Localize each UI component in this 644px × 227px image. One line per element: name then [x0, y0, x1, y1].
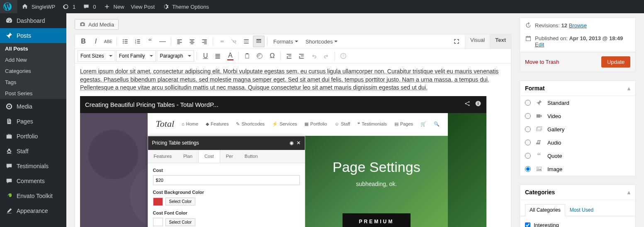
format-radio-standard[interactable] [525, 100, 531, 106]
indent-button[interactable] [296, 50, 307, 62]
sidebar-item-posts[interactable]: Posts [0, 28, 66, 43]
updates[interactable]: 1 [58, 0, 79, 13]
tab-visual[interactable]: Visual [465, 34, 490, 48]
clear-formatting-button[interactable] [254, 50, 265, 62]
align-right-button[interactable] [199, 36, 210, 47]
demo-nav-home: ⌂ Home [182, 121, 198, 127]
format-image[interactable]: Image [520, 162, 635, 176]
svg-text:i: i [478, 101, 479, 106]
svg-rect-5 [124, 43, 127, 43]
submenu-add-new[interactable]: Add New [0, 54, 66, 65]
help-button[interactable]: ? [338, 50, 349, 62]
align-left-button[interactable] [174, 36, 185, 47]
italic-button[interactable]: I [90, 36, 102, 47]
paste-text-button[interactable] [241, 50, 253, 62]
cat-tab-most-used[interactable]: Most Used [565, 204, 598, 216]
tab-text[interactable]: Text [490, 34, 511, 48]
theme-options-label: Theme Options [172, 4, 209, 10]
collapse-icon[interactable]: ▴ [627, 189, 630, 196]
format-radio-video[interactable] [525, 113, 531, 119]
share-icon[interactable] [464, 100, 471, 109]
submenu-all-posts[interactable]: All Posts [0, 43, 66, 54]
update-button[interactable]: Update [601, 56, 630, 68]
format-radio-quote[interactable] [525, 153, 531, 159]
sidebar-item-media[interactable]: Media [0, 99, 66, 114]
video-embed[interactable]: Creating Beautiful Pricing Tables - Tota… [80, 96, 486, 227]
font-sizes-select[interactable]: Font Sizes [78, 50, 115, 62]
format-standard[interactable]: Standard [520, 96, 635, 109]
submenu-tags[interactable]: Tags [0, 77, 66, 88]
chevron-down-icon [334, 40, 338, 43]
site-name-label: SingleWP [32, 4, 55, 10]
format-audio[interactable]: Audio [520, 136, 635, 149]
underline-button[interactable]: U [199, 50, 211, 62]
font-family-select[interactable]: Font Family [116, 50, 156, 62]
new-content[interactable]: New [100, 0, 128, 13]
format-radio-audio[interactable] [525, 140, 531, 145]
paragraph-select[interactable]: Paragraph [157, 50, 194, 62]
info-icon[interactable]: i [475, 100, 481, 109]
move-to-trash[interactable]: Move to Trash [525, 59, 559, 65]
collapse-icon[interactable]: ▴ [627, 85, 630, 92]
modal-close-icon: ✕ [296, 140, 301, 146]
sidebar-item-portfolio[interactable]: Portfolio [0, 129, 66, 144]
submenu-post-series[interactable]: Post Series [0, 88, 66, 99]
bold-button[interactable]: B [78, 36, 89, 47]
hr-button[interactable]: ― [157, 36, 168, 47]
format-gallery[interactable]: Gallery [520, 123, 635, 136]
sidebar-item-pages[interactable]: Pages [0, 114, 66, 129]
blockquote-button[interactable]: “ [144, 36, 156, 47]
svg-rect-55 [526, 36, 530, 37]
format-radio-image[interactable] [525, 166, 531, 172]
link-button[interactable] [216, 36, 227, 47]
text-color-button[interactable]: A [224, 50, 236, 62]
format-video[interactable]: Video [520, 109, 635, 123]
comments[interactable]: 0 [79, 0, 99, 13]
format-radio-gallery[interactable] [525, 126, 531, 132]
plus-icon [103, 2, 111, 11]
view-post[interactable]: View Post [128, 0, 158, 13]
unlink-button[interactable] [228, 36, 240, 47]
formats-dropdown[interactable]: Formats [270, 37, 301, 46]
sidebar-item-envato[interactable]: Envato Toolkit [0, 188, 66, 203]
submenu-categories[interactable]: Categories [0, 65, 66, 77]
editor-paragraph: Lorem ipsum dolor sit amet, consectetur … [80, 68, 506, 92]
sidebar-item-testimonials[interactable]: Testimonials [0, 159, 66, 174]
special-char-button[interactable]: Ω [266, 50, 278, 62]
theme-options[interactable]: Theme Options [158, 0, 212, 13]
toolbar-toggle-button[interactable] [253, 36, 265, 47]
sidebar-item-staff[interactable]: Staff [0, 144, 66, 159]
sidebar-item-comments[interactable]: Comments [0, 174, 66, 188]
fullscreen-button[interactable] [451, 36, 462, 47]
category-interesting[interactable]: Interesting [525, 220, 630, 227]
justify-button[interactable] [212, 50, 224, 62]
add-media-button[interactable]: Add Media [75, 19, 119, 30]
cat-tab-all[interactable]: All Categories [525, 204, 565, 216]
main-layout: Dashboard Posts All Posts Add New Catego… [0, 13, 644, 227]
svg-rect-46 [299, 58, 304, 59]
wordpress-icon [3, 2, 12, 11]
insert-more-button[interactable] [241, 36, 252, 47]
sidebar-item-appearance[interactable]: Appearance [0, 203, 66, 218]
add-media-label: Add Media [88, 22, 114, 28]
svg-rect-1 [124, 39, 127, 40]
numbered-list-button[interactable]: 123 [132, 36, 143, 47]
format-quote[interactable]: “ Quote [520, 149, 635, 162]
category-checkbox-interesting[interactable] [525, 222, 530, 227]
shortcodes-dropdown[interactable]: Shortcodes [302, 37, 341, 46]
sidebar-item-dashboard[interactable]: Dashboard [0, 13, 66, 28]
editor-body[interactable]: Lorem ipsum dolor sit amet, consectetur … [75, 63, 511, 227]
bullet-list-button[interactable] [119, 36, 131, 47]
modal-tab-features: Features [148, 150, 177, 163]
strikethrough-button[interactable]: ABE [102, 36, 114, 47]
undo-button[interactable] [308, 50, 320, 62]
redo-button[interactable] [321, 50, 332, 62]
edit-date-link[interactable]: Edit [535, 41, 544, 48]
staff-label: Staff [17, 148, 29, 155]
align-center-button[interactable] [186, 36, 198, 47]
browse-link[interactable]: Browse [569, 22, 587, 29]
wp-logo[interactable] [0, 0, 17, 13]
site-name[interactable]: SingleWP [17, 0, 58, 13]
outdent-button[interactable] [283, 50, 295, 62]
published-date: Apr 10, 2013 @ 18:49 [569, 35, 623, 41]
